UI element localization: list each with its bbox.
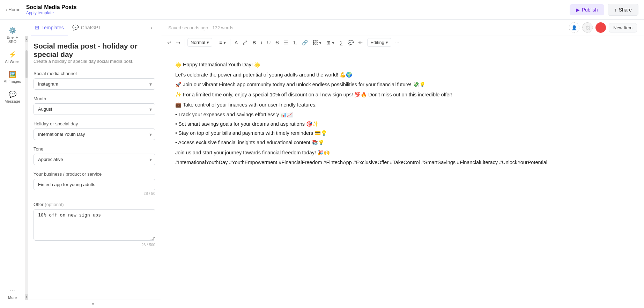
home-link[interactable]: ‹ Home xyxy=(6,7,21,12)
offer-textarea[interactable]: 10% off on new sign ups xyxy=(34,209,155,241)
editing-selector[interactable]: Editing ▾ xyxy=(367,38,391,47)
panel-bottom-arrow[interactable]: ▼ xyxy=(25,300,161,308)
content-line-1: 🌟 Happy International Youth Day! 🌟 xyxy=(175,60,630,69)
pencil-button[interactable]: ✏ xyxy=(357,38,364,47)
editor-meta-left: Saved seconds ago 132 words xyxy=(168,25,233,30)
bullet-3: • Stay on top of your bills and payments… xyxy=(175,129,630,138)
message-icon: 💬 xyxy=(9,90,16,98)
publish-button[interactable]: ▶ Publish xyxy=(570,4,604,15)
sidebar-item-more[interactable]: ··· More xyxy=(2,284,23,302)
highlight-button[interactable]: 🖊 xyxy=(241,38,249,47)
tab-chatgpt-label: ChatGPT xyxy=(81,25,101,30)
bold-button[interactable]: B xyxy=(251,38,258,47)
offer-textarea-wrapper: 10% off on new sign ups xyxy=(34,209,155,242)
panel-scroll-container: ▲ ▼ Social media post - holiday or speci… xyxy=(25,36,161,300)
top-bar-left: ‹ Home Social Media Posts Apply template xyxy=(6,4,77,15)
ai-images-icon: 🖼️ xyxy=(9,71,16,78)
toolbar-more-button[interactable]: ··· xyxy=(393,38,401,47)
templates-icon: ⊞ xyxy=(35,24,39,31)
sidebar-item-message[interactable]: 💬 Message xyxy=(2,88,23,106)
scroll-up-arrow[interactable]: ▲ xyxy=(25,36,28,42)
editor-meta-right: 👤 🖼 New Item xyxy=(569,22,637,33)
publish-arrow-icon: ▶ xyxy=(576,7,580,13)
strikethrough-button[interactable]: S xyxy=(274,38,280,47)
table-button[interactable]: ⊞ ▾ xyxy=(325,38,336,47)
holiday-label: Holiday or special day xyxy=(34,121,155,126)
content-line-3: 🚀 Join our vibrant Fintech app community… xyxy=(175,80,630,89)
image-button[interactable]: 🖼 ▾ xyxy=(311,38,323,47)
content-line-2: Let's celebrate the power and potential … xyxy=(175,71,630,79)
toolbar-sep-1 xyxy=(185,39,185,46)
share-button[interactable]: ↑ Share xyxy=(608,4,638,16)
offer-optional: (optional) xyxy=(45,202,64,207)
top-bar: ‹ Home Social Media Posts Apply template… xyxy=(0,0,644,20)
business-input[interactable] xyxy=(34,179,155,190)
sidebar-item-ai-images[interactable]: 🖼️ AI Images xyxy=(2,68,23,86)
link-button[interactable]: 🔗 xyxy=(300,38,310,47)
new-item-button[interactable]: New Item xyxy=(609,23,637,32)
content-bullets: • Track your expenses and savings effort… xyxy=(175,110,630,147)
tone-select-wrapper: Appreciative Professional Casual Humorou… xyxy=(34,154,155,165)
editor-content[interactable]: 🌟 Happy International Youth Day! 🌟 Let's… xyxy=(161,49,644,308)
new-item-label: New Item xyxy=(613,25,632,30)
holiday-select-wrapper: International Youth Day Christmas New Ye… xyxy=(34,129,155,140)
field-offer: Offer (optional) 10% off on new sign ups… xyxy=(34,202,155,247)
template-desc: Create a holiday or special day social m… xyxy=(34,59,155,64)
field-tone: Tone Appreciative Professional Casual Hu… xyxy=(34,146,155,165)
signup-link[interactable]: sign ups! xyxy=(333,92,353,97)
editing-chevron-icon: ▾ xyxy=(386,40,388,45)
bullet-list-button[interactable]: ☰ xyxy=(282,38,290,47)
style-selector[interactable]: Normal ▾ xyxy=(187,38,212,47)
template-title: Social media post - holiday or special d… xyxy=(34,42,155,59)
bullet-4: • Access exclusive financial insights an… xyxy=(175,138,630,147)
scroll-thumb[interactable] xyxy=(25,50,28,78)
editor-area: Saved seconds ago 132 words 👤 🖼 New Item… xyxy=(161,20,644,308)
tone-select[interactable]: Appreciative Professional Casual Humorou… xyxy=(34,154,155,165)
month-select-wrapper: JanuaryFebruaryMarch AprilMayJune JulyAu… xyxy=(34,103,155,115)
sidebar-item-brief-seo-label: Brief + SEO xyxy=(3,35,22,44)
panel-scroll-inner: Social media post - holiday or special d… xyxy=(28,36,161,300)
home-label: Home xyxy=(8,7,21,12)
redo-button[interactable]: ↪ xyxy=(175,38,182,47)
offer-char-count: 23 / 500 xyxy=(34,243,155,247)
sidebar-item-more-label: More xyxy=(8,295,17,300)
undo-button[interactable]: ↩ xyxy=(165,38,173,47)
sidebar-item-ai-writer-label: AI Writer xyxy=(5,59,20,64)
toolbar-sep-2 xyxy=(215,39,215,46)
align-button[interactable]: ≡ ▾ xyxy=(217,38,228,47)
panel-collapse-button[interactable]: ‹ xyxy=(148,23,155,32)
share-label: Share xyxy=(619,7,632,13)
publish-label: Publish xyxy=(582,7,598,13)
more-icon: ··· xyxy=(10,287,15,294)
page-title-block: Social Media Posts Apply template xyxy=(26,4,77,15)
text-color-button[interactable]: A xyxy=(233,38,239,47)
scroll-down-arrow[interactable]: ▼ xyxy=(25,294,28,300)
tab-templates-label: Templates xyxy=(42,25,64,30)
tab-templates[interactable]: ⊞ Templates xyxy=(31,20,68,36)
italic-button[interactable]: I xyxy=(259,38,264,47)
holiday-select[interactable]: International Youth Day Christmas New Ye… xyxy=(34,129,155,140)
avatar-active xyxy=(595,22,606,33)
channel-select[interactable]: Instagram Facebook Twitter LinkedIn TikT… xyxy=(34,78,155,90)
formula-button[interactable]: ∑ xyxy=(338,38,345,47)
business-char-count: 28 / 50 xyxy=(34,191,155,196)
content-line-6: Join us and start your journey towards f… xyxy=(175,148,630,157)
resize-handle[interactable] xyxy=(150,237,154,240)
ordered-list-button[interactable]: 1. xyxy=(291,38,299,47)
sidebar-item-ai-writer[interactable]: ⚡ AI Writer xyxy=(2,48,23,66)
underline-button[interactable]: U xyxy=(265,38,272,47)
comment-button[interactable]: 💬 xyxy=(346,38,355,47)
tab-chatgpt[interactable]: 💬 ChatGPT xyxy=(68,20,105,36)
ai-writer-icon: ⚡ xyxy=(9,51,16,58)
chatgpt-icon: 💬 xyxy=(72,24,79,31)
panel-sidebar: ⊞ Templates 💬 ChatGPT ‹ ▲ ▼ Social media… xyxy=(25,20,161,308)
field-channel: Social media channel Instagram Facebook … xyxy=(34,71,155,90)
bullet-1: • Track your expenses and savings effort… xyxy=(175,110,630,119)
content-hashtags: #InternationalYouthDay #YouthEmpowerment… xyxy=(175,158,630,167)
channel-label: Social media channel xyxy=(34,71,155,76)
sidebar-item-brief-seo[interactable]: ⚙️ Brief + SEO xyxy=(2,24,23,46)
month-select[interactable]: JanuaryFebruaryMarch AprilMayJune JulyAu… xyxy=(34,103,155,115)
panel-scroll-track[interactable]: ▲ ▼ xyxy=(25,36,28,300)
apply-template-link[interactable]: Apply template xyxy=(26,10,77,15)
sidebar-item-message-label: Message xyxy=(5,99,20,103)
